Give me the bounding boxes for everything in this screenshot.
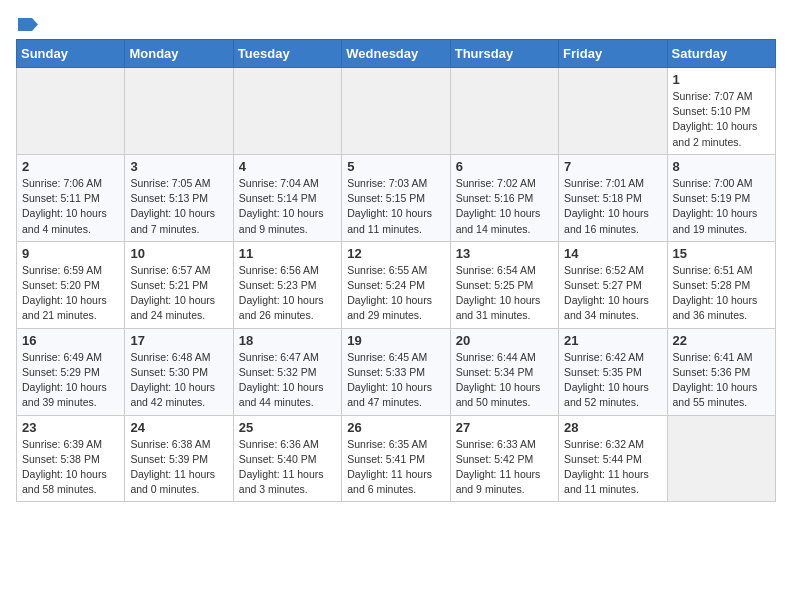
weekday-header-row: SundayMondayTuesdayWednesdayThursdayFrid…	[17, 40, 776, 68]
calendar-day-cell: 22Sunrise: 6:41 AM Sunset: 5:36 PM Dayli…	[667, 328, 775, 415]
day-info: Sunrise: 6:44 AM Sunset: 5:34 PM Dayligh…	[456, 350, 553, 411]
calendar-day-cell	[342, 68, 450, 155]
day-info: Sunrise: 6:33 AM Sunset: 5:42 PM Dayligh…	[456, 437, 553, 498]
day-number: 27	[456, 420, 553, 435]
day-number: 8	[673, 159, 770, 174]
day-info: Sunrise: 7:00 AM Sunset: 5:19 PM Dayligh…	[673, 176, 770, 237]
calendar-day-cell: 16Sunrise: 6:49 AM Sunset: 5:29 PM Dayli…	[17, 328, 125, 415]
day-number: 21	[564, 333, 661, 348]
day-info: Sunrise: 6:52 AM Sunset: 5:27 PM Dayligh…	[564, 263, 661, 324]
day-number: 28	[564, 420, 661, 435]
day-info: Sunrise: 6:32 AM Sunset: 5:44 PM Dayligh…	[564, 437, 661, 498]
day-number: 5	[347, 159, 444, 174]
calendar-day-cell: 24Sunrise: 6:38 AM Sunset: 5:39 PM Dayli…	[125, 415, 233, 502]
day-number: 1	[673, 72, 770, 87]
calendar-week-row: 1Sunrise: 7:07 AM Sunset: 5:10 PM Daylig…	[17, 68, 776, 155]
calendar-week-row: 2Sunrise: 7:06 AM Sunset: 5:11 PM Daylig…	[17, 154, 776, 241]
day-number: 24	[130, 420, 227, 435]
day-number: 16	[22, 333, 119, 348]
day-info: Sunrise: 6:45 AM Sunset: 5:33 PM Dayligh…	[347, 350, 444, 411]
day-info: Sunrise: 6:56 AM Sunset: 5:23 PM Dayligh…	[239, 263, 336, 324]
day-number: 3	[130, 159, 227, 174]
day-number: 9	[22, 246, 119, 261]
day-info: Sunrise: 6:55 AM Sunset: 5:24 PM Dayligh…	[347, 263, 444, 324]
day-info: Sunrise: 6:51 AM Sunset: 5:28 PM Dayligh…	[673, 263, 770, 324]
calendar-day-cell: 1Sunrise: 7:07 AM Sunset: 5:10 PM Daylig…	[667, 68, 775, 155]
day-info: Sunrise: 7:03 AM Sunset: 5:15 PM Dayligh…	[347, 176, 444, 237]
day-info: Sunrise: 6:49 AM Sunset: 5:29 PM Dayligh…	[22, 350, 119, 411]
calendar-day-cell: 14Sunrise: 6:52 AM Sunset: 5:27 PM Dayli…	[559, 241, 667, 328]
calendar-day-cell: 20Sunrise: 6:44 AM Sunset: 5:34 PM Dayli…	[450, 328, 558, 415]
weekday-header-saturday: Saturday	[667, 40, 775, 68]
calendar-day-cell: 13Sunrise: 6:54 AM Sunset: 5:25 PM Dayli…	[450, 241, 558, 328]
logo-icon	[18, 18, 38, 31]
day-number: 6	[456, 159, 553, 174]
calendar-day-cell: 17Sunrise: 6:48 AM Sunset: 5:30 PM Dayli…	[125, 328, 233, 415]
day-info: Sunrise: 6:36 AM Sunset: 5:40 PM Dayligh…	[239, 437, 336, 498]
day-info: Sunrise: 7:04 AM Sunset: 5:14 PM Dayligh…	[239, 176, 336, 237]
day-number: 22	[673, 333, 770, 348]
calendar-day-cell: 15Sunrise: 6:51 AM Sunset: 5:28 PM Dayli…	[667, 241, 775, 328]
day-info: Sunrise: 6:57 AM Sunset: 5:21 PM Dayligh…	[130, 263, 227, 324]
calendar-week-row: 9Sunrise: 6:59 AM Sunset: 5:20 PM Daylig…	[17, 241, 776, 328]
calendar-day-cell: 6Sunrise: 7:02 AM Sunset: 5:16 PM Daylig…	[450, 154, 558, 241]
calendar-week-row: 16Sunrise: 6:49 AM Sunset: 5:29 PM Dayli…	[17, 328, 776, 415]
day-number: 14	[564, 246, 661, 261]
day-info: Sunrise: 7:02 AM Sunset: 5:16 PM Dayligh…	[456, 176, 553, 237]
calendar-day-cell: 25Sunrise: 6:36 AM Sunset: 5:40 PM Dayli…	[233, 415, 341, 502]
svg-marker-0	[18, 18, 38, 31]
day-number: 10	[130, 246, 227, 261]
weekday-header-friday: Friday	[559, 40, 667, 68]
calendar-day-cell: 23Sunrise: 6:39 AM Sunset: 5:38 PM Dayli…	[17, 415, 125, 502]
calendar-day-cell: 27Sunrise: 6:33 AM Sunset: 5:42 PM Dayli…	[450, 415, 558, 502]
weekday-header-thursday: Thursday	[450, 40, 558, 68]
calendar-day-cell: 28Sunrise: 6:32 AM Sunset: 5:44 PM Dayli…	[559, 415, 667, 502]
calendar-day-cell: 4Sunrise: 7:04 AM Sunset: 5:14 PM Daylig…	[233, 154, 341, 241]
day-number: 13	[456, 246, 553, 261]
header	[16, 16, 776, 27]
day-number: 7	[564, 159, 661, 174]
calendar-day-cell: 11Sunrise: 6:56 AM Sunset: 5:23 PM Dayli…	[233, 241, 341, 328]
day-number: 17	[130, 333, 227, 348]
calendar-table: SundayMondayTuesdayWednesdayThursdayFrid…	[16, 39, 776, 502]
day-info: Sunrise: 6:42 AM Sunset: 5:35 PM Dayligh…	[564, 350, 661, 411]
calendar-day-cell: 12Sunrise: 6:55 AM Sunset: 5:24 PM Dayli…	[342, 241, 450, 328]
day-number: 4	[239, 159, 336, 174]
calendar-day-cell	[233, 68, 341, 155]
calendar-week-row: 23Sunrise: 6:39 AM Sunset: 5:38 PM Dayli…	[17, 415, 776, 502]
day-info: Sunrise: 6:41 AM Sunset: 5:36 PM Dayligh…	[673, 350, 770, 411]
calendar-day-cell: 9Sunrise: 6:59 AM Sunset: 5:20 PM Daylig…	[17, 241, 125, 328]
day-number: 18	[239, 333, 336, 348]
calendar-day-cell: 8Sunrise: 7:00 AM Sunset: 5:19 PM Daylig…	[667, 154, 775, 241]
day-number: 25	[239, 420, 336, 435]
day-number: 26	[347, 420, 444, 435]
day-info: Sunrise: 6:38 AM Sunset: 5:39 PM Dayligh…	[130, 437, 227, 498]
calendar-day-cell: 2Sunrise: 7:06 AM Sunset: 5:11 PM Daylig…	[17, 154, 125, 241]
day-info: Sunrise: 7:01 AM Sunset: 5:18 PM Dayligh…	[564, 176, 661, 237]
day-info: Sunrise: 6:39 AM Sunset: 5:38 PM Dayligh…	[22, 437, 119, 498]
calendar-day-cell: 26Sunrise: 6:35 AM Sunset: 5:41 PM Dayli…	[342, 415, 450, 502]
calendar-day-cell	[17, 68, 125, 155]
weekday-header-wednesday: Wednesday	[342, 40, 450, 68]
day-info: Sunrise: 7:05 AM Sunset: 5:13 PM Dayligh…	[130, 176, 227, 237]
day-info: Sunrise: 7:07 AM Sunset: 5:10 PM Dayligh…	[673, 89, 770, 150]
calendar-day-cell	[450, 68, 558, 155]
calendar-day-cell	[125, 68, 233, 155]
calendar-day-cell	[559, 68, 667, 155]
calendar-day-cell: 10Sunrise: 6:57 AM Sunset: 5:21 PM Dayli…	[125, 241, 233, 328]
weekday-header-sunday: Sunday	[17, 40, 125, 68]
day-number: 12	[347, 246, 444, 261]
calendar-day-cell: 5Sunrise: 7:03 AM Sunset: 5:15 PM Daylig…	[342, 154, 450, 241]
calendar-day-cell: 3Sunrise: 7:05 AM Sunset: 5:13 PM Daylig…	[125, 154, 233, 241]
day-info: Sunrise: 6:59 AM Sunset: 5:20 PM Dayligh…	[22, 263, 119, 324]
day-number: 19	[347, 333, 444, 348]
day-info: Sunrise: 6:35 AM Sunset: 5:41 PM Dayligh…	[347, 437, 444, 498]
calendar-day-cell: 7Sunrise: 7:01 AM Sunset: 5:18 PM Daylig…	[559, 154, 667, 241]
day-info: Sunrise: 6:47 AM Sunset: 5:32 PM Dayligh…	[239, 350, 336, 411]
day-number: 11	[239, 246, 336, 261]
day-number: 15	[673, 246, 770, 261]
weekday-header-monday: Monday	[125, 40, 233, 68]
day-info: Sunrise: 6:54 AM Sunset: 5:25 PM Dayligh…	[456, 263, 553, 324]
day-info: Sunrise: 7:06 AM Sunset: 5:11 PM Dayligh…	[22, 176, 119, 237]
day-info: Sunrise: 6:48 AM Sunset: 5:30 PM Dayligh…	[130, 350, 227, 411]
